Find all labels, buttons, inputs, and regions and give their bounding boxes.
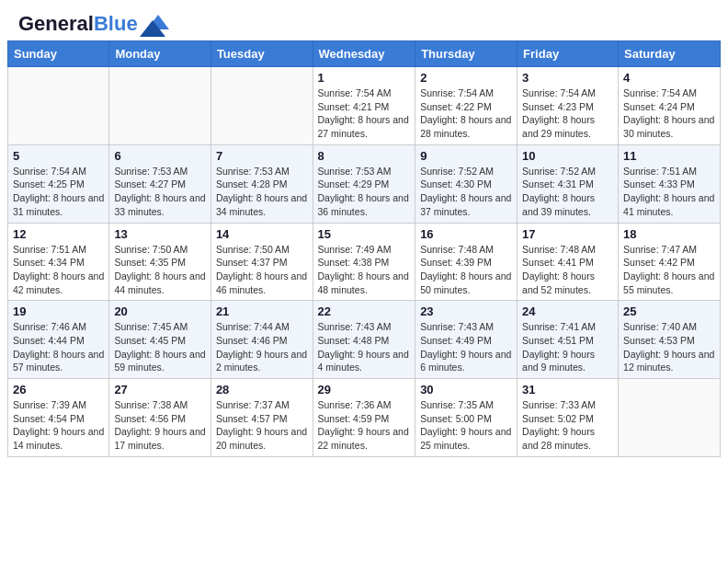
calendar-cell: 25Sunrise: 7:40 AMSunset: 4:53 PMDayligh… xyxy=(619,301,721,379)
day-info: Sunrise: 7:51 AMSunset: 4:33 PMDaylight:… xyxy=(623,165,715,219)
weekday-header-saturday: Saturday xyxy=(619,41,721,67)
day-number: 17 xyxy=(522,227,613,241)
day-number: 3 xyxy=(522,71,613,85)
calendar-cell xyxy=(109,67,211,145)
day-info: Sunrise: 7:44 AMSunset: 4:46 PMDaylight:… xyxy=(216,320,308,374)
day-number: 6 xyxy=(114,149,206,163)
calendar-cell: 7Sunrise: 7:53 AMSunset: 4:28 PMDaylight… xyxy=(210,144,313,223)
day-info: Sunrise: 7:48 AMSunset: 4:39 PMDaylight:… xyxy=(420,243,512,297)
day-info: Sunrise: 7:50 AMSunset: 4:35 PMDaylight:… xyxy=(114,243,206,297)
day-info: Sunrise: 7:54 AMSunset: 4:22 PMDaylight:… xyxy=(420,86,512,141)
weekday-header-friday: Friday xyxy=(518,41,619,67)
day-number: 10 xyxy=(522,149,613,163)
calendar-cell: 5Sunrise: 7:54 AMSunset: 4:25 PMDaylight… xyxy=(8,144,109,223)
calendar-cell xyxy=(8,67,109,145)
day-info: Sunrise: 7:54 AMSunset: 4:21 PMDaylight:… xyxy=(318,86,411,141)
calendar-cell: 24Sunrise: 7:41 AMSunset: 4:51 PMDayligh… xyxy=(518,301,619,379)
weekday-header-tuesday: Tuesday xyxy=(210,41,313,67)
calendar-cell: 14Sunrise: 7:50 AMSunset: 4:37 PMDayligh… xyxy=(210,223,313,301)
day-info: Sunrise: 7:43 AMSunset: 4:49 PMDaylight:… xyxy=(420,320,512,374)
day-info: Sunrise: 7:52 AMSunset: 4:31 PMDaylight:… xyxy=(522,165,613,219)
day-number: 26 xyxy=(13,383,104,396)
calendar-cell: 15Sunrise: 7:49 AMSunset: 4:38 PMDayligh… xyxy=(313,223,415,301)
calendar-cell: 16Sunrise: 7:48 AMSunset: 4:39 PMDayligh… xyxy=(415,223,518,301)
day-number: 4 xyxy=(623,71,715,85)
day-info: Sunrise: 7:33 AMSunset: 5:02 PMDaylight:… xyxy=(522,398,613,453)
day-info: Sunrise: 7:54 AMSunset: 4:25 PMDaylight:… xyxy=(13,165,104,219)
calendar-cell: 21Sunrise: 7:44 AMSunset: 4:46 PMDayligh… xyxy=(210,301,313,379)
calendar-cell: 9Sunrise: 7:52 AMSunset: 4:30 PMDaylight… xyxy=(415,144,518,223)
day-info: Sunrise: 7:48 AMSunset: 4:41 PMDaylight:… xyxy=(522,243,613,297)
day-info: Sunrise: 7:37 AMSunset: 4:57 PMDaylight:… xyxy=(216,398,308,453)
weekday-header-thursday: Thursday xyxy=(415,41,518,67)
day-number: 31 xyxy=(522,383,613,396)
calendar-cell: 31Sunrise: 7:33 AMSunset: 5:02 PMDayligh… xyxy=(518,379,619,457)
day-info: Sunrise: 7:53 AMSunset: 4:28 PMDaylight:… xyxy=(216,165,308,219)
day-number: 25 xyxy=(623,304,715,318)
calendar-cell: 28Sunrise: 7:37 AMSunset: 4:57 PMDayligh… xyxy=(210,379,313,457)
weekday-header-row: SundayMondayTuesdayWednesdayThursdayFrid… xyxy=(8,41,721,67)
calendar-cell: 6Sunrise: 7:53 AMSunset: 4:27 PMDaylight… xyxy=(109,144,211,223)
day-info: Sunrise: 7:49 AMSunset: 4:38 PMDaylight:… xyxy=(318,243,411,297)
day-number: 29 xyxy=(318,383,411,396)
day-info: Sunrise: 7:35 AMSunset: 5:00 PMDaylight:… xyxy=(420,398,512,453)
day-info: Sunrise: 7:40 AMSunset: 4:53 PMDaylight:… xyxy=(623,320,715,374)
day-number: 7 xyxy=(216,149,308,163)
day-number: 8 xyxy=(318,149,411,163)
day-info: Sunrise: 7:54 AMSunset: 4:23 PMDaylight:… xyxy=(522,86,613,141)
calendar-cell: 3Sunrise: 7:54 AMSunset: 4:23 PMDaylight… xyxy=(518,67,619,145)
day-number: 15 xyxy=(318,227,411,241)
day-number: 20 xyxy=(114,304,206,318)
logo: GeneralBlue xyxy=(18,11,169,37)
day-info: Sunrise: 7:51 AMSunset: 4:34 PMDaylight:… xyxy=(13,243,104,297)
calendar-cell xyxy=(210,67,313,145)
week-row-1: 1Sunrise: 7:54 AMSunset: 4:21 PMDaylight… xyxy=(8,67,721,145)
calendar-cell: 20Sunrise: 7:45 AMSunset: 4:45 PMDayligh… xyxy=(109,301,211,379)
calendar-cell: 27Sunrise: 7:38 AMSunset: 4:56 PMDayligh… xyxy=(109,379,211,457)
day-number: 27 xyxy=(114,383,206,396)
day-info: Sunrise: 7:50 AMSunset: 4:37 PMDaylight:… xyxy=(216,243,308,297)
day-info: Sunrise: 7:47 AMSunset: 4:42 PMDaylight:… xyxy=(623,243,715,297)
day-number: 14 xyxy=(216,227,308,241)
week-row-4: 19Sunrise: 7:46 AMSunset: 4:44 PMDayligh… xyxy=(8,301,721,379)
day-info: Sunrise: 7:39 AMSunset: 4:54 PMDaylight:… xyxy=(13,398,104,453)
calendar-cell: 19Sunrise: 7:46 AMSunset: 4:44 PMDayligh… xyxy=(8,301,109,379)
weekday-header-sunday: Sunday xyxy=(8,41,109,67)
calendar-cell: 17Sunrise: 7:48 AMSunset: 4:41 PMDayligh… xyxy=(518,223,619,301)
day-number: 16 xyxy=(420,227,512,241)
day-info: Sunrise: 7:45 AMSunset: 4:45 PMDaylight:… xyxy=(114,320,206,374)
calendar-cell: 11Sunrise: 7:51 AMSunset: 4:33 PMDayligh… xyxy=(619,144,721,223)
calendar-cell: 30Sunrise: 7:35 AMSunset: 5:00 PMDayligh… xyxy=(415,379,518,457)
day-info: Sunrise: 7:43 AMSunset: 4:48 PMDaylight:… xyxy=(318,320,411,374)
calendar-cell: 4Sunrise: 7:54 AMSunset: 4:24 PMDaylight… xyxy=(619,67,721,145)
calendar-cell: 8Sunrise: 7:53 AMSunset: 4:29 PMDaylight… xyxy=(313,144,415,223)
day-number: 11 xyxy=(623,149,715,163)
calendar-cell: 2Sunrise: 7:54 AMSunset: 4:22 PMDaylight… xyxy=(415,67,518,145)
day-number: 30 xyxy=(420,383,512,396)
day-number: 21 xyxy=(216,304,308,318)
day-info: Sunrise: 7:53 AMSunset: 4:29 PMDaylight:… xyxy=(318,165,411,219)
day-number: 24 xyxy=(522,304,613,318)
day-info: Sunrise: 7:46 AMSunset: 4:44 PMDaylight:… xyxy=(13,320,104,374)
day-number: 28 xyxy=(216,383,308,396)
calendar-cell: 26Sunrise: 7:39 AMSunset: 4:54 PMDayligh… xyxy=(8,379,109,457)
weekday-header-monday: Monday xyxy=(109,41,211,67)
day-number: 18 xyxy=(623,227,715,241)
day-info: Sunrise: 7:41 AMSunset: 4:51 PMDaylight:… xyxy=(522,320,613,374)
day-number: 1 xyxy=(318,71,411,85)
week-row-2: 5Sunrise: 7:54 AMSunset: 4:25 PMDaylight… xyxy=(8,144,721,223)
day-number: 13 xyxy=(114,227,206,241)
day-number: 19 xyxy=(13,304,104,318)
page-header: GeneralBlue xyxy=(0,0,728,40)
week-row-3: 12Sunrise: 7:51 AMSunset: 4:34 PMDayligh… xyxy=(8,223,721,301)
day-number: 5 xyxy=(13,149,104,163)
week-row-5: 26Sunrise: 7:39 AMSunset: 4:54 PMDayligh… xyxy=(8,379,721,457)
logo-icon xyxy=(140,11,169,37)
calendar-cell: 13Sunrise: 7:50 AMSunset: 4:35 PMDayligh… xyxy=(109,223,211,301)
calendar-cell: 29Sunrise: 7:36 AMSunset: 4:59 PMDayligh… xyxy=(313,379,415,457)
day-info: Sunrise: 7:53 AMSunset: 4:27 PMDaylight:… xyxy=(114,165,206,219)
calendar-cell: 10Sunrise: 7:52 AMSunset: 4:31 PMDayligh… xyxy=(518,144,619,223)
logo-text: GeneralBlue xyxy=(18,13,138,35)
calendar-cell xyxy=(619,379,721,457)
weekday-header-wednesday: Wednesday xyxy=(313,41,415,67)
